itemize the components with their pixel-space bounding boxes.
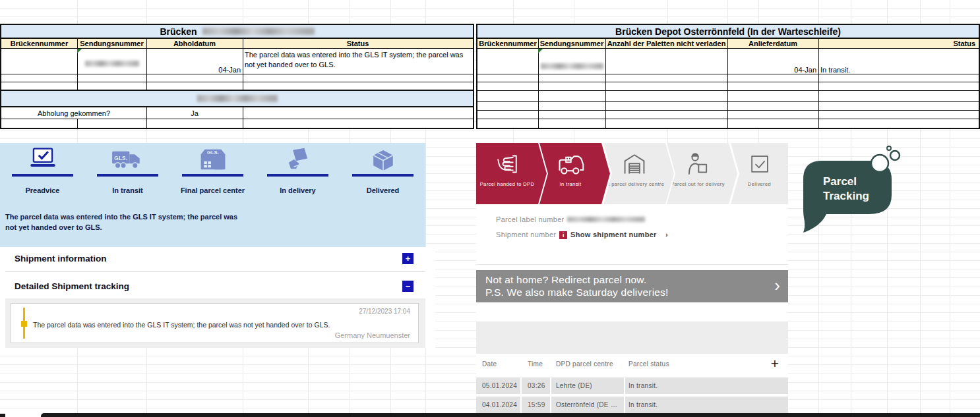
left-table-header-row: Brückennummer Sendungsnummer Abholdatum … xyxy=(1,39,473,49)
gls-step-bar xyxy=(97,174,158,177)
banner-line2: P.S. We also make Saturday deliveries! xyxy=(485,287,669,298)
cell-answer: Ja xyxy=(146,107,243,119)
timeline-marker xyxy=(21,321,27,327)
delivery-van-icon xyxy=(539,151,601,177)
gls-step-bar xyxy=(352,174,413,177)
dpd-tracking-panel: Parcel handed to DPD In transit At parce… xyxy=(476,143,788,417)
gls-status-line1: The parcel data was entered into the GLS… xyxy=(5,213,237,221)
section-divider xyxy=(5,271,425,272)
badge-line1: Parcel xyxy=(823,175,857,188)
left-table-title-row: Brücken xyxy=(1,25,473,39)
collapse-detailed-tracking-button[interactable]: − xyxy=(402,281,413,292)
redacted-section-title xyxy=(197,95,278,102)
gls-warehouse-icon: GLS. xyxy=(170,147,255,172)
cell-centre: Osterrönfeld (DE … xyxy=(551,397,624,413)
cell-abholdatum: 04-Jan xyxy=(146,49,241,78)
dpd-step-out-for-delivery: Parcel out for delivery xyxy=(667,143,737,204)
history-location: Germany Neumuenster xyxy=(335,331,410,339)
gls-step-label: Preadvice xyxy=(0,186,85,194)
cell-status: In transit. xyxy=(625,397,788,413)
decor-circle-small xyxy=(887,146,891,150)
cell-time: 15:59 xyxy=(522,397,550,413)
cell-comment-marker xyxy=(538,49,543,53)
table-gls-bruecken: Brücken Brückennummer Sendungsnummer Abh… xyxy=(0,24,474,129)
empty-row xyxy=(477,91,979,102)
bottom-window-edge xyxy=(41,413,980,417)
decor-circle-medium xyxy=(890,151,900,160)
cell-sendungsnummer xyxy=(77,49,146,74)
col-anlieferdatum: Anlieferdatum xyxy=(727,39,818,48)
history-message: The parcel data was entered into the GLS… xyxy=(33,321,330,329)
gls-truck-icon: GLS. xyxy=(85,147,170,172)
cell-centre: Lehrte (DE) xyxy=(551,377,624,394)
svg-text:GLS.: GLS. xyxy=(207,150,219,155)
gls-status-line2: not yet handed over to GLS. xyxy=(5,223,102,231)
empty-row xyxy=(1,74,473,82)
info-icon[interactable]: i xyxy=(559,231,567,239)
decor-dot xyxy=(882,173,886,177)
dhl-section-row xyxy=(1,91,473,107)
redacted-sendungsnummer xyxy=(85,61,139,67)
banner-line1: Not at home? Redirect parcel now. xyxy=(485,274,646,286)
right-table-header-row: Brückennummer Sendungsnummer Anzahl der … xyxy=(477,39,979,49)
right-table-data-row: 04-Jan In transit. xyxy=(477,49,979,74)
question-row: Abholung gekommen? Ja xyxy=(1,107,473,119)
hand-parcel-icon xyxy=(255,147,340,172)
cell-status: In transit. xyxy=(820,49,979,78)
checkbox-icon xyxy=(731,151,788,177)
badge-line2: Tracking xyxy=(823,190,869,202)
gls-step-in-transit: GLS. In transit xyxy=(85,143,170,247)
gls-step-bar xyxy=(12,174,73,177)
empty-row xyxy=(477,82,979,91)
gls-step-bar xyxy=(182,174,243,177)
empty-row xyxy=(477,74,979,82)
col-status: Status xyxy=(243,39,473,48)
expand-shipment-info-button[interactable]: + xyxy=(402,253,413,264)
gls-step-delivered: Delivered xyxy=(340,143,425,247)
dpd-step-label: In transit xyxy=(539,181,601,188)
history-datetime: 27/12/2023 17:04 xyxy=(359,308,410,315)
table-grid-line xyxy=(77,119,78,128)
gls-tracking-panel: Preadvice GLS. In transit GLS. Final par… xyxy=(0,143,425,247)
cell-date: 04.01.2024 xyxy=(476,397,520,413)
empty-row xyxy=(477,102,979,111)
dpd-step-label: Delivered xyxy=(731,181,788,188)
cell-question: Abholung gekommen? xyxy=(1,107,146,119)
empty-row xyxy=(477,111,979,119)
header-parcel-status: Parcel status xyxy=(628,360,669,368)
header-parcel-centre: DPD parcel centre xyxy=(556,360,613,368)
expand-history-icon[interactable]: + xyxy=(771,356,779,372)
gls-details-panel: Shipment information + Detailed Shipment… xyxy=(0,247,435,348)
hand-icon xyxy=(476,151,538,177)
decor-circle-large xyxy=(871,155,888,172)
left-table-data-row: 04-Jan The parcel data was entered into … xyxy=(1,49,473,74)
cell-sendungsnummer xyxy=(538,49,605,74)
card-divider xyxy=(476,264,788,265)
dpd-step-in-transit: In transit xyxy=(539,143,610,204)
col-brueckennummer: Brückennummer xyxy=(477,39,538,48)
redirect-banner[interactable]: Not at home? Redirect parcel now. P.S. W… xyxy=(476,270,788,302)
cell-comment-marker xyxy=(77,49,82,53)
col-anzahl-paletten: Anzahl der Paletten nicht verladen xyxy=(605,39,727,48)
chevron-right-icon[interactable]: › xyxy=(774,275,780,296)
cell-status: In transit. xyxy=(625,377,788,394)
parcel-label-number-label: Parcel label number xyxy=(496,215,565,223)
gls-step-preadvice: Preadvice xyxy=(0,143,85,247)
detailed-tracking-heading: Detailed Shipment tracking xyxy=(15,281,129,291)
dpd-step-parcel-handed: Parcel handed to DPD xyxy=(476,143,547,204)
dpd-step-label: At parcel delivery centre xyxy=(603,181,665,188)
show-shipment-number-link[interactable]: Show shipment number › xyxy=(570,231,668,238)
right-table-title-row: Brücken Depot Osterrönnfeld (In der Wart… xyxy=(477,25,979,39)
delivery-status-header-strip: Delivery status xyxy=(476,321,788,354)
header-date: Date xyxy=(482,360,497,368)
cell-time: 03:26 xyxy=(522,377,550,394)
laptop-check-icon xyxy=(0,147,85,172)
col-sendungsnummer: Sendungsnummer xyxy=(77,39,146,48)
gls-step-label: In delivery xyxy=(255,186,340,194)
parcel-tracking-badge: Parcel Tracking xyxy=(798,144,903,236)
empty-row xyxy=(1,82,473,91)
col-brueckennummer: Brückennummer xyxy=(1,39,77,48)
gls-step-final-parcel-center: GLS. Final parcel center xyxy=(170,143,255,247)
dpd-step-delivery-centre: At parcel delivery centre xyxy=(603,143,674,204)
tracking-history-container: 27/12/2023 17:04 The parcel data was ent… xyxy=(5,298,425,348)
